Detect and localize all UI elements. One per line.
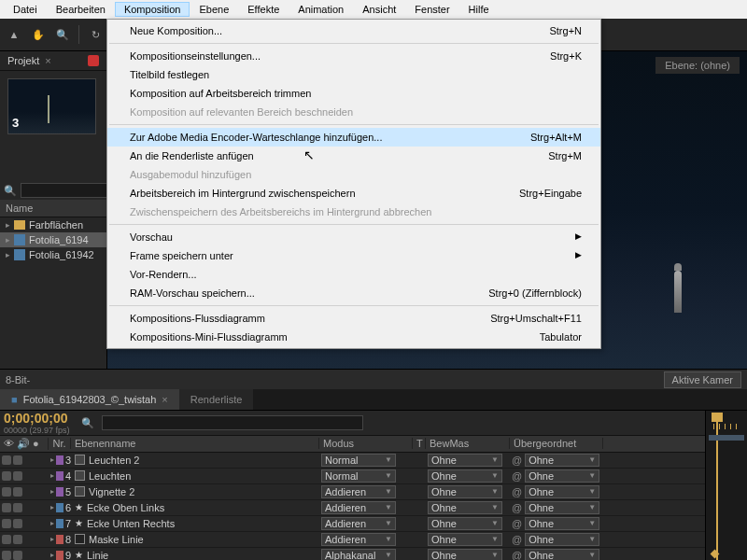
blend-mode-dropdown[interactable]: Addieren▼	[321, 501, 396, 514]
parent-dropdown[interactable]: Ohne▼	[525, 469, 599, 483]
blend-mode-dropdown[interactable]: Normal▼	[321, 469, 396, 483]
menu-komposition[interactable]: Komposition	[115, 2, 190, 17]
layer-row[interactable]: ▸6★Ecke Oben LinksAddieren▼Ohne▼@Ohne▼	[0, 500, 747, 516]
menu-item[interactable]: Komposition auf Arbeitsbereich trimmen	[107, 84, 600, 103]
hand-tool[interactable]: ✋	[28, 24, 49, 45]
timeline-tab[interactable]: Renderliste	[179, 389, 254, 410]
current-timecode[interactable]: 0;00;00;00	[4, 411, 68, 426]
menu-item[interactable]: RAM-Vorschau speichern...Strg+0 (Ziffern…	[107, 284, 600, 302]
viewer-footer: 8-Bit- Aktive Kamer	[0, 369, 747, 389]
track-matte-dropdown[interactable]: Ohne▼	[428, 454, 502, 467]
active-camera-dropdown[interactable]: Aktive Kamer	[664, 371, 741, 388]
menu-item: Ausgabemodul hinzufügen	[107, 165, 600, 184]
playhead[interactable]	[712, 413, 723, 422]
star-icon: ★	[75, 518, 83, 528]
col-t: T	[413, 438, 426, 449]
rocket-graphic	[674, 271, 682, 313]
komposition-dropdown: Neue Komposition...Strg+NKompositionsein…	[106, 19, 601, 349]
menubar: Datei Bearbeiten Komposition Ebene Effek…	[0, 0, 747, 19]
solid-icon	[75, 455, 85, 465]
layer-row[interactable]: ▸5Vignette 2Addieren▼Ohne▼@Ohne▼	[0, 484, 747, 500]
zoom-tool[interactable]: 🔍	[52, 24, 73, 45]
timecode-frames: 00000 (29.97 fps)	[4, 426, 72, 435]
star-icon: ★	[75, 550, 83, 560]
menu-item[interactable]: Zur Adobe Media Encoder-Warteschlange hi…	[107, 128, 600, 147]
parent-dropdown[interactable]: Ohne▼	[525, 517, 599, 530]
record-button[interactable]	[88, 55, 99, 66]
layer-row[interactable]: ▸7★Ecke Unten RechtsAddieren▼Ohne▼@Ohne▼	[0, 516, 747, 532]
layer-tab[interactable]: Ebene: (ohne)	[655, 57, 740, 74]
solid-icon	[75, 486, 85, 497]
pickwhip-icon[interactable]: @	[512, 518, 522, 529]
blend-mode-dropdown[interactable]: Normal▼	[321, 454, 396, 467]
project-item[interactable]: ▸Farbflächen	[0, 217, 106, 232]
menu-item[interactable]: Kompositionseinstellungen...Strg+K	[107, 47, 600, 65]
blend-mode-dropdown[interactable]: Alphakanal▼	[321, 549, 396, 560]
menu-effekte[interactable]: Effekte	[238, 2, 289, 17]
menu-item[interactable]: Titelbild festlegen	[107, 65, 600, 84]
menu-item[interactable]: Vorschau▶	[107, 228, 600, 246]
timeline-search-input[interactable]	[102, 415, 363, 430]
parent-dropdown[interactable]: Ohne▼	[525, 501, 599, 514]
mask-icon	[75, 534, 85, 544]
track-matte-dropdown[interactable]: Ohne▼	[428, 501, 502, 514]
menu-item[interactable]: Kompositions-FlussdiagrammStrg+Umschalt+…	[107, 309, 600, 328]
menu-datei[interactable]: Datei	[4, 2, 47, 17]
menu-item[interactable]: Arbeitsbereich im Hintergrund zwischensp…	[107, 184, 600, 203]
timeline-tab[interactable]: ■ Fotolia_61942803_©_twistah×	[0, 389, 179, 410]
menu-hilfe[interactable]: Hilfe	[459, 2, 499, 17]
search-icon: 🔍	[4, 185, 17, 197]
pickwhip-icon[interactable]: @	[512, 455, 522, 466]
comp-thumbnail[interactable]: 3	[7, 78, 96, 134]
star-icon: ★	[75, 502, 83, 512]
parent-dropdown[interactable]: Ohne▼	[525, 549, 599, 560]
project-item[interactable]: ▸Fotolia_61942	[0, 247, 106, 262]
menu-ansicht[interactable]: Ansicht	[353, 2, 405, 17]
parent-dropdown[interactable]: Ohne▼	[525, 485, 599, 498]
blend-mode-dropdown[interactable]: Addieren▼	[321, 517, 396, 530]
parent-dropdown[interactable]: Ohne▼	[525, 533, 599, 546]
track-matte-dropdown[interactable]: Ohne▼	[428, 485, 502, 498]
bit-depth-button[interactable]: 8-Bit-	[6, 374, 30, 385]
project-item[interactable]: ▸Fotolia_6194	[0, 232, 106, 247]
layer-row[interactable]: ▸9★LinieAlphakanal▼Ohne▼@Ohne▼	[0, 548, 747, 560]
parent-dropdown[interactable]: Ohne▼	[525, 454, 599, 467]
menu-item[interactable]: Frame speichern unter▶	[107, 246, 600, 265]
selection-tool[interactable]: ▲	[4, 24, 24, 45]
menu-ebene[interactable]: Ebene	[190, 2, 238, 17]
menu-item: Zwischenspeichern des Arbeitsbereichs im…	[107, 203, 600, 221]
track-matte-dropdown[interactable]: Ohne▼	[428, 549, 502, 560]
column-name-header[interactable]: Name	[0, 200, 106, 217]
pickwhip-icon[interactable]: @	[512, 534, 522, 545]
close-icon[interactable]: ×	[45, 55, 50, 66]
pickwhip-icon[interactable]: @	[512, 550, 522, 560]
menu-item[interactable]: Kompositions-Mini-FlussdiagrammTabulator	[107, 328, 600, 346]
project-tab[interactable]: Projekt	[7, 55, 39, 66]
menu-item[interactable]: An die Renderliste anfügenStrg+M	[107, 147, 600, 165]
solid-icon	[75, 470, 85, 481]
menu-bearbeiten[interactable]: Bearbeiten	[47, 2, 115, 17]
col-mode: Modus	[319, 438, 413, 449]
layer-row[interactable]: ▸4LeuchtenNormal▼Ohne▼@Ohne▼	[0, 469, 747, 484]
track-matte-dropdown[interactable]: Ohne▼	[428, 517, 502, 530]
blend-mode-dropdown[interactable]: Addieren▼	[321, 533, 396, 546]
col-name: Ebenenname	[71, 438, 319, 449]
layer-row[interactable]: ▸8Maske LinieAddieren▼Ohne▼@Ohne▼	[0, 532, 747, 548]
layer-row[interactable]: ▸3Leuchten 2Normal▼Ohne▼@Ohne▼	[0, 453, 747, 469]
pickwhip-icon[interactable]: @	[512, 502, 522, 513]
track-matte-dropdown[interactable]: Ohne▼	[428, 469, 502, 483]
track-matte-dropdown[interactable]: Ohne▼	[428, 533, 502, 546]
blend-mode-dropdown[interactable]: Addieren▼	[321, 485, 396, 498]
pickwhip-icon[interactable]: @	[512, 470, 522, 482]
rotate-tool[interactable]: ↻	[85, 24, 106, 45]
mouse-cursor: ↖	[303, 147, 315, 162]
menu-item[interactable]: Vor-Rendern...	[107, 265, 600, 284]
close-icon[interactable]: ×	[162, 394, 167, 405]
menu-item[interactable]: Neue Komposition...Strg+N	[107, 21, 600, 40]
menu-fenster[interactable]: Fenster	[405, 2, 458, 17]
timeline-track-area[interactable]	[705, 411, 747, 560]
search-icon: 🔍	[81, 417, 94, 429]
menu-animation[interactable]: Animation	[289, 2, 353, 17]
pickwhip-icon[interactable]: @	[512, 486, 522, 497]
col-visibility: 👁 🔊 ●	[0, 438, 49, 450]
